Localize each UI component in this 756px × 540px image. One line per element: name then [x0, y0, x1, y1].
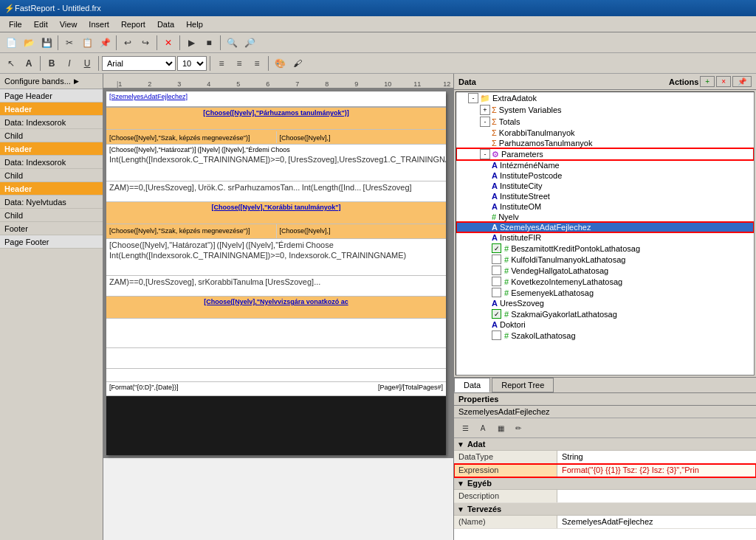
prop-row-datatype: DataType String	[454, 451, 756, 464]
paste-button[interactable]: 📌	[97, 35, 113, 51]
prop-value-description[interactable]	[557, 490, 756, 502]
prop-value-datatype[interactable]: String	[557, 451, 756, 463]
toggle-extraadatok[interactable]: -	[468, 93, 478, 103]
prop-btn2[interactable]: A	[475, 420, 491, 436]
tree-item-esemeny[interactable]: # EsemenyekLathatosag	[456, 287, 754, 298]
copy-button[interactable]: 📋	[79, 35, 95, 51]
tree-label-doktori: Doktori	[500, 320, 526, 329]
toggle-totals[interactable]: -	[480, 117, 490, 127]
ruler-6: 6	[266, 80, 295, 88]
prop-value-name[interactable]: SzemelyesAdatFejlechez	[557, 516, 756, 528]
tree-item-extraadatok[interactable]: - 📁 ExtraAdatok	[456, 92, 754, 104]
tree-item-ures[interactable]: A UresSzoveg	[456, 298, 754, 308]
tree-item-doktori[interactable]: A Doktori	[456, 319, 754, 330]
tree-item-korabbi[interactable]: Σ KorabbiTanulmanyok	[456, 128, 754, 138]
open-button[interactable]: 📂	[21, 35, 37, 51]
tree-item-szakmai[interactable]: ✓ # SzakmaiGyakorlatLathatosag	[456, 308, 754, 319]
zoom-in-button[interactable]: 🔍	[224, 35, 240, 51]
section1-col2-formula[interactable]: [Choose([Nyelv],]	[280, 134, 331, 142]
center-canvas[interactable]: | 1 2 3 4 5 6 7 8 9 10 11 12 13 [Szemely…	[103, 74, 453, 540]
highlight-button[interactable]: 🖌	[289, 55, 306, 72]
section3-data-band	[106, 319, 446, 348]
prop-btn1[interactable]: ☰	[457, 420, 473, 436]
delete-data-button[interactable]: ×	[716, 76, 731, 87]
tab-data[interactable]: Data	[454, 378, 490, 392]
checkbox-kulfoldi[interactable]	[492, 255, 501, 264]
tree-item-sysvars[interactable]: + Σ System Variables	[456, 104, 754, 116]
color-button[interactable]: 🎨	[272, 55, 288, 72]
bold-button[interactable]: B	[44, 55, 60, 72]
ruler-4: 4	[207, 80, 236, 88]
new-button[interactable]: 📄	[3, 35, 19, 51]
align-center-button[interactable]: ≡	[231, 55, 247, 72]
checkbox-kreditpont[interactable]: ✓	[492, 243, 501, 253]
toggle-sysvars[interactable]: +	[480, 105, 490, 115]
checkbox-kovetkezo[interactable]	[492, 277, 501, 286]
prop-btn4[interactable]: ✏	[510, 420, 526, 436]
align-left-button[interactable]: ≡	[213, 55, 230, 72]
tree-item-vendeg[interactable]: # VendegHallgatoLathatosag	[456, 265, 754, 276]
text-tool[interactable]: A	[21, 55, 37, 72]
section1-header-formula[interactable]: [Choose([Nyelv],"Párhuzamos tanulmányok"…	[203, 109, 349, 117]
tree-item-om[interactable]: A InstituteOM	[456, 201, 754, 212]
tree-item-street[interactable]: A InstituteStreet	[456, 191, 754, 201]
tree-item-postcode[interactable]: A InstitutePostcode	[456, 170, 754, 181]
configure-bands[interactable]: Configure bands... ▶	[0, 74, 103, 89]
toggle-parameters[interactable]: -	[480, 149, 490, 159]
menu-view[interactable]: View	[54, 18, 83, 30]
preview-button[interactable]: ▶	[183, 35, 199, 51]
tree-item-parhuzamos[interactable]: Σ ParhuzamosTanulmanyok	[456, 138, 754, 148]
section2-header-formula[interactable]: [Choose([Nyelv],"Korábbi tanulmányok"]	[211, 204, 340, 211]
add-button[interactable]: +	[700, 76, 715, 87]
underline-button[interactable]: U	[79, 55, 95, 72]
section3-header-formula[interactable]: [Choose([Nyelv],"Nyelvvizsgára vonatkozó…	[204, 298, 348, 305]
checkbox-esemeny[interactable]	[492, 288, 501, 297]
tab-report-tree[interactable]: Report Tree	[492, 378, 554, 392]
menu-help[interactable]: Help	[180, 18, 209, 30]
font-family-select[interactable]: Arial	[102, 56, 176, 71]
tree-item-kovetkezo[interactable]: # KovetkezoIntemenyLathatosag	[456, 276, 754, 287]
stop-button[interactable]: ■	[201, 35, 217, 51]
redo-button[interactable]: ↪	[137, 35, 154, 51]
tree-item-szakol[interactable]: # SzakolLathatosag	[456, 330, 754, 341]
tree-item-nyelv[interactable]: # Nyelv	[456, 212, 754, 222]
section1-col1-formula[interactable]: [Choose([Nyelv],"Szak, képzés megnevezés…	[109, 134, 250, 142]
sep3	[157, 35, 157, 50]
actions-label[interactable]: Actions	[669, 77, 698, 86]
cut-button[interactable]: ✂	[61, 35, 78, 51]
font-size-select[interactable]: 10	[177, 56, 207, 71]
checkbox-szakol[interactable]	[492, 330, 501, 340]
undo-button[interactable]: ↩	[120, 35, 136, 51]
checkbox-szakmai[interactable]: ✓	[492, 309, 501, 319]
tree-item-parameters[interactable]: - ⚙ Parameters	[456, 148, 754, 160]
checkbox-vendeg[interactable]	[492, 266, 501, 275]
tree-item-szem[interactable]: A SzemelyesAdatFejlechez	[456, 222, 754, 232]
menu-insert[interactable]: Insert	[83, 18, 115, 30]
menu-data[interactable]: Data	[151, 18, 180, 30]
tree-item-totals[interactable]: - Σ Totals	[456, 116, 754, 128]
italic-button[interactable]: I	[61, 55, 78, 72]
arrow-tool[interactable]: ↖	[3, 55, 19, 72]
tree-panel[interactable]: - 📁 ExtraAdatok + Σ System Variables - Σ…	[456, 91, 755, 375]
footer-date-formula[interactable]: [Format("{0:D}",{Date})]	[109, 384, 178, 394]
page-header-formula[interactable]: [SzemelyesAdatFejlechez]	[109, 93, 188, 100]
prop-value-expression[interactable]: Format("{0} {{1}} Tsz: {2} Isz: {3}","Pr…	[557, 464, 756, 477]
footer-pages-formula[interactable]: [Page#]/[TotalPages#]	[378, 384, 443, 394]
pin-button[interactable]: 📌	[732, 76, 752, 87]
prop-btn3[interactable]: ▦	[492, 420, 509, 436]
tree-item-kreditpont[interactable]: ✓ # BeszamitottKreditPontokLathatosag	[456, 243, 754, 254]
tree-item-kulfoldi[interactable]: # KulfoldiTanulmanyokLathatosag	[456, 254, 754, 265]
tree-item-city[interactable]: A InstituteCity	[456, 181, 754, 191]
tree-item-institutename[interactable]: A IntézménéName	[456, 160, 754, 170]
a-icon-doktori: A	[492, 320, 498, 329]
menu-file[interactable]: File	[3, 18, 28, 30]
delete-button[interactable]: ✕	[160, 35, 176, 51]
menu-report[interactable]: Report	[115, 18, 151, 30]
align-right-button[interactable]: ≡	[249, 55, 265, 72]
tree-label-sysvars: System Variables	[499, 105, 562, 114]
tree-item-fir[interactable]: A InstituteFIR	[456, 232, 754, 243]
save-button[interactable]: 💾	[38, 35, 55, 51]
menu-edit[interactable]: Edit	[28, 18, 54, 30]
section2-data-content: [Choose([Nyelv],"Határozat")] ([Nyelv] (…	[106, 239, 446, 261]
zoom-out-button[interactable]: 🔎	[241, 35, 258, 51]
